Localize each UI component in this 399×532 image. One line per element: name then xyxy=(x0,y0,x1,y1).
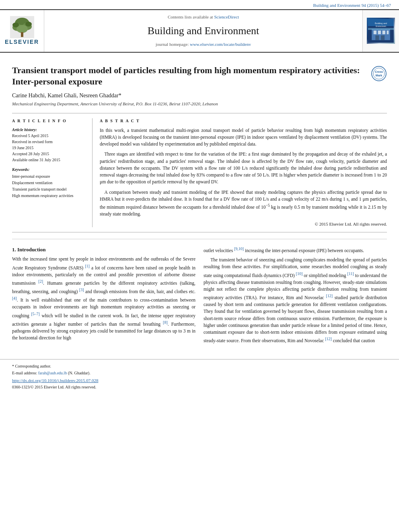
email-link[interactable]: farah@aub.edu.lb xyxy=(38,371,67,375)
svg-point-6 xyxy=(12,23,19,27)
section-1-title: 1. Introduction xyxy=(12,246,195,254)
svg-rect-17 xyxy=(375,35,379,40)
svg-rect-19 xyxy=(368,28,394,30)
doi-anchor[interactable]: http://dx.doi.org/10.1016/j.buildenv.201… xyxy=(12,378,99,383)
svg-rect-18 xyxy=(381,35,385,40)
body-para-left-1: With the increased time spent by people … xyxy=(12,256,195,341)
journal-title-section: Contents lists available at ScienceDirec… xyxy=(44,10,363,51)
science-direct-link[interactable]: ScienceDirect xyxy=(214,14,239,19)
footnote-email: E-mail address: farah@aub.edu.lb (N. Gha… xyxy=(12,370,387,376)
article-info-heading: A R T I C L E I N F O xyxy=(12,118,86,124)
journal-cover-section: Building and Environment xyxy=(363,10,399,51)
ref-1: [1] xyxy=(85,264,90,268)
keyword-4: High momentum respiratory activities xyxy=(12,193,86,199)
keywords-label: Keywords: xyxy=(12,167,86,173)
ref-9-10: [9,10] xyxy=(234,246,244,251)
ref-10b: [10] xyxy=(296,271,303,276)
keyword-1: Inter-personal exposure xyxy=(12,173,86,180)
article-info-column: A R T I C L E I N F O Article history: R… xyxy=(12,118,93,227)
article-title: Transient transport model of particles r… xyxy=(12,65,367,88)
body-left-col: 1. Introduction With the increased time … xyxy=(12,246,195,347)
article-received: Received 5 April 2015 xyxy=(12,133,86,139)
svg-point-20 xyxy=(372,66,386,81)
svg-text:Environment: Environment xyxy=(376,25,386,27)
body-right-col: outlet velocities [9,10] increasing the … xyxy=(204,246,387,347)
svg-text:Building and: Building and xyxy=(375,22,387,25)
elsevier-tree-icon xyxy=(10,16,34,38)
article-title-section: Transient transport model of particles r… xyxy=(12,65,387,88)
doi-link[interactable]: http://dx.doi.org/10.1016/j.buildenv.201… xyxy=(12,378,387,384)
journal-title: Building and Environment xyxy=(148,24,259,38)
svg-point-21 xyxy=(373,68,385,79)
abstract-text: In this work, a transient mathematical m… xyxy=(100,127,387,218)
svg-rect-13 xyxy=(374,31,376,35)
issn-line: 0360-1323/© 2015 Elsevier Ltd. All right… xyxy=(12,384,387,390)
science-direct-text: Contents lists available at ScienceDirec… xyxy=(168,14,239,20)
elsevier-logo: ELSEVIER xyxy=(5,16,39,46)
elsevier-logo-section: ELSEVIER xyxy=(0,10,44,51)
article-revised-label: Received in revised form xyxy=(12,139,86,145)
journal-homepage-link[interactable]: www.elsevier.com/locate/buildenv xyxy=(190,42,251,47)
svg-text:Mark: Mark xyxy=(376,74,382,77)
elsevier-wordmark: ELSEVIER xyxy=(5,38,39,46)
article-available: Available online 31 July 2015 xyxy=(12,157,86,163)
ref-2: [2] xyxy=(38,279,43,283)
ref-12: [12] xyxy=(326,294,333,298)
authors: Carine Habchi, Kamel Ghali, Nesreen Ghad… xyxy=(12,92,387,100)
cover-image-icon: Building and Environment xyxy=(368,18,394,44)
article-content: Transient transport model of particles r… xyxy=(0,53,399,355)
article-history-label: Article history: xyxy=(12,127,86,133)
body-para-right-2: The transient behavior of sneezing and c… xyxy=(204,257,387,344)
section-divider xyxy=(12,239,387,239)
keyword-2: Displacement ventilation xyxy=(12,180,86,186)
affiliation: Mechanical Engineering Department, Ameri… xyxy=(12,101,387,107)
article-accepted: Accepted 28 July 2015 xyxy=(12,151,86,157)
abstract-column: A B S T R A C T In this work, a transien… xyxy=(100,118,387,227)
svg-rect-14 xyxy=(378,31,381,35)
journal-header: ELSEVIER Contents lists available at Sci… xyxy=(0,9,399,52)
keywords-group: Keywords: Inter-personal exposure Displa… xyxy=(12,167,86,199)
ref-5-7: [5–7] xyxy=(31,312,40,316)
abstract-para-1: In this work, a transient mathematical m… xyxy=(100,127,387,148)
article-revised-date: 19 June 2015 xyxy=(12,145,86,151)
article-info-abstract-section: A R T I C L E I N F O Article history: R… xyxy=(12,113,387,232)
body-para-right-1: outlet velocities [9,10] increasing the … xyxy=(204,246,387,254)
journal-homepage: journal homepage: www.elsevier.com/locat… xyxy=(156,41,251,47)
ref-8: [8] xyxy=(163,320,168,325)
journal-cover-thumbnail: Building and Environment xyxy=(367,18,395,44)
abstract-para-2: Three stages are identified with respect… xyxy=(100,151,387,185)
footer: * Corresponding author. E-mail address: … xyxy=(0,359,399,394)
keyword-3: Transient particle transport model xyxy=(12,186,86,193)
svg-rect-15 xyxy=(383,31,385,35)
ref-11: [11] xyxy=(348,271,354,276)
abstract-heading: A B S T R A C T xyxy=(100,118,387,124)
journal-reference: Building and Environment 94 (2015) 54–67 xyxy=(313,3,391,8)
svg-text:Cross: Cross xyxy=(375,70,383,73)
ref-12b: [12] xyxy=(325,337,332,341)
copyright-text: © 2015 Elsevier Ltd. All rights reserved… xyxy=(100,221,387,227)
page: Building and Environment 94 (2015) 54–67 xyxy=(0,0,399,532)
article-history-group: Article history: Received 5 April 2015 R… xyxy=(12,127,86,163)
ref-4: [4] xyxy=(12,296,17,300)
svg-rect-5 xyxy=(21,32,23,37)
top-bar: Building and Environment 94 (2015) 54–67 xyxy=(0,0,399,9)
body-section-1: 1. Introduction With the increased time … xyxy=(12,246,387,347)
abstract-para-3: A comparison between steady and transien… xyxy=(100,189,387,218)
crossmark-icon: Cross Mark xyxy=(367,65,387,83)
svg-rect-16 xyxy=(387,31,389,35)
footnote-corresponding: * Corresponding author. xyxy=(12,364,387,369)
ref-3: [3] xyxy=(79,288,84,292)
svg-point-7 xyxy=(25,22,32,27)
